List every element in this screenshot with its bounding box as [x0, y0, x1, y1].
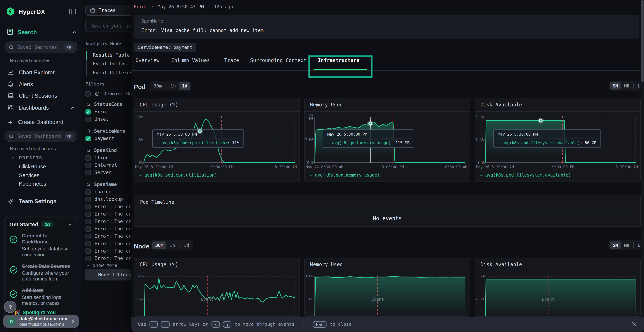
- checkbox-unchecked[interactable]: [86, 189, 91, 194]
- saved-dashboards-input[interactable]: ⌘K: [5, 130, 77, 142]
- more-filters-button[interactable]: More filters: [84, 270, 132, 280]
- range-option-1h[interactable]: 1h: [167, 242, 178, 249]
- sidebar-item-alerts[interactable]: Alerts: [0, 79, 82, 90]
- range-option-md[interactable]: MD: [621, 82, 632, 90]
- chart-plot[interactable]: [144, 276, 295, 316]
- filter-option[interactable]: Error: [86, 109, 109, 114]
- close-icon[interactable]: [631, 321, 638, 327]
- x-axis-tick-label: May 26 8:30:00 AM: [306, 165, 344, 169]
- event-timestamp: May 26 8:50:43 PM: [158, 4, 204, 10]
- filter-option[interactable]: Error: The cr: [86, 233, 132, 239]
- checkbox-unchecked[interactable]: [86, 170, 91, 175]
- filter-option[interactable]: Server: [86, 170, 112, 175]
- promo-text: Spotlight! You: [22, 310, 56, 315]
- service-name-tag[interactable]: ServiceName: payment: [134, 43, 196, 52]
- filter-option[interactable]: dns.lookup: [86, 196, 123, 202]
- checkbox-unchecked[interactable]: [86, 162, 91, 168]
- sidebar-item-dashboards[interactable]: Dashboards: [0, 102, 82, 113]
- get-started-item: Add DataStart sending logs, metrics, or …: [10, 287, 73, 306]
- tab-overview[interactable]: Overview: [136, 58, 160, 63]
- filter-option[interactable]: Error: The cr: [86, 226, 132, 232]
- filter-option[interactable]: charge: [86, 189, 112, 194]
- checkbox-unchecked[interactable]: [86, 248, 91, 254]
- filter-option-label: Error: The cr: [94, 248, 132, 254]
- checkbox-checked[interactable]: [86, 109, 91, 114]
- saved-dashboards-field[interactable]: [16, 133, 62, 140]
- source-select[interactable]: Traces: [86, 5, 132, 16]
- chart-plot[interactable]: [314, 276, 465, 316]
- analysis-mode-results-table[interactable]: Results Table: [93, 52, 130, 58]
- range-option-30m[interactable]: 30m: [151, 82, 165, 90]
- tab-trace[interactable]: Trace: [224, 58, 239, 63]
- filter-option[interactable]: Unset: [86, 116, 109, 122]
- presets-toggle[interactable]: PRESETS: [11, 155, 42, 160]
- checkbox-unchecked[interactable]: [86, 196, 91, 202]
- tab-column-values[interactable]: Column Values: [171, 58, 210, 63]
- sidebar-item-chart-explorer[interactable]: Chart Explorer: [0, 67, 82, 78]
- get-started-item-title[interactable]: Connect to ClickHouse: [22, 233, 73, 245]
- sidebar-section-search[interactable]: Search: [6, 28, 37, 35]
- collapse-sidebar-icon[interactable]: [69, 8, 76, 15]
- range-option-1h[interactable]: 1h: [168, 82, 179, 90]
- search-icon: [86, 102, 91, 106]
- range-option-sm[interactable]: SM: [610, 242, 621, 249]
- y-axis-tick-label: 1 GB: [304, 297, 314, 301]
- checkbox-unchecked[interactable]: [86, 241, 91, 246]
- filter-option[interactable]: Client: [86, 155, 112, 161]
- filter-option[interactable]: Error: The cr: [86, 211, 132, 217]
- sidebar-item-team-settings[interactable]: Team Settings: [0, 196, 82, 206]
- range-option-sm[interactable]: SM: [610, 82, 621, 90]
- avatar: D: [6, 316, 16, 326]
- saved-searches-input[interactable]: ⌘K: [5, 42, 77, 53]
- get-started-item-title[interactable]: Create Data Sources: [22, 263, 73, 269]
- filter-option-label: Error: The cr: [94, 226, 132, 232]
- filter-option[interactable]: Error: The cr: [86, 256, 132, 261]
- checkbox-unchecked[interactable]: [86, 219, 91, 224]
- events-search-input[interactable]: [90, 22, 132, 29]
- filter-option[interactable]: Error: The cr: [86, 248, 132, 254]
- event-header: Error · May 26 8:50:43 PM · 12h ago: [134, 4, 233, 10]
- preset-clickhouse[interactable]: ClickHouse: [19, 164, 46, 170]
- search-section-chevron-up-icon[interactable]: [72, 30, 77, 35]
- filters-label: Filters: [86, 82, 105, 86]
- chart-plot[interactable]: [484, 276, 636, 316]
- range-option-md[interactable]: MD: [621, 242, 632, 249]
- analysis-mode-event-patterns[interactable]: Event Patterns: [93, 70, 132, 76]
- checkbox-unchecked[interactable]: [86, 234, 91, 239]
- y-axis-tick-label: 67 MB: [304, 138, 314, 142]
- help-button[interactable]: ?: [4, 301, 16, 313]
- filter-option[interactable]: Error: The cr: [86, 218, 132, 224]
- scrollbar-thumb[interactable]: [641, 0, 644, 82]
- show-more-button[interactable]: Show more: [86, 263, 117, 268]
- create-dashboard-button[interactable]: Create Dashboard: [7, 119, 63, 125]
- preset-services[interactable]: Services: [19, 172, 39, 178]
- filter-option[interactable]: Internal: [86, 162, 117, 168]
- checkbox-unchecked[interactable]: [86, 155, 91, 160]
- checkbox-unchecked[interactable]: [86, 226, 91, 232]
- checkbox-checked[interactable]: [86, 136, 91, 141]
- filter-option[interactable]: Error: The cr: [86, 240, 132, 246]
- denoise-option[interactable]: Denoise Results: [86, 91, 132, 96]
- filter-option[interactable]: payment: [86, 136, 114, 141]
- filter-option[interactable]: Error: The cr: [86, 204, 132, 210]
- user-chip[interactable]: D dale@clickhouse.com dale@clickhouse.co…: [3, 315, 79, 328]
- checkbox-unchecked[interactable]: [86, 256, 91, 261]
- get-started-chevron-up-icon[interactable]: [68, 222, 73, 227]
- denoise-checkbox[interactable]: [86, 91, 91, 96]
- chevron-up-icon[interactable]: [70, 105, 76, 110]
- range-option-30m[interactable]: 30m: [152, 242, 166, 249]
- analysis-mode-event-deltas[interactable]: Event Deltas: [93, 61, 127, 66]
- range-option-1d[interactable]: 1d: [179, 82, 190, 90]
- check-circle-icon: [10, 233, 18, 258]
- sidebar-item-client-sessions[interactable]: Client Sessions: [0, 90, 82, 101]
- checkbox-unchecked[interactable]: [86, 204, 91, 209]
- preset-kubernetes[interactable]: Kubernetes: [19, 181, 46, 187]
- tab-surrounding-context[interactable]: Surrounding Context: [250, 58, 306, 63]
- events-search-box[interactable]: [86, 20, 132, 32]
- chart-card-pod-disk: Disk Available93 GB47 GB0 BMay 26 8:30:0…: [475, 98, 641, 182]
- get-started-item-title[interactable]: Add Data: [22, 287, 73, 293]
- checkbox-unchecked[interactable]: [86, 116, 91, 122]
- range-option-1d[interactable]: 1d: [181, 242, 192, 249]
- saved-searches-field[interactable]: [16, 44, 62, 50]
- checkbox-unchecked[interactable]: [86, 211, 91, 216]
